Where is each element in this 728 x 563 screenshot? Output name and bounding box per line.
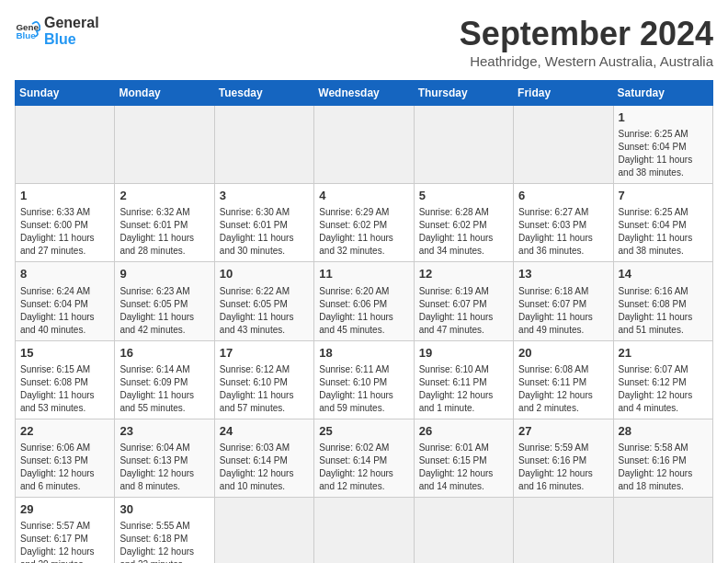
day-number: 8 — [20, 266, 109, 282]
day-number: 28 — [619, 423, 708, 440]
calendar-cell: 30Sunrise: 5:55 AMSunset: 6:18 PMDayligh… — [115, 497, 214, 563]
day-number: 10 — [220, 266, 309, 282]
day-number: 27 — [518, 423, 608, 440]
day-number: 24 — [220, 423, 309, 440]
calendar-cell: 23Sunrise: 6:04 AMSunset: 6:13 PMDayligh… — [115, 419, 214, 497]
day-number: 23 — [119, 423, 209, 440]
day-number: 1 — [20, 188, 109, 204]
day-number: 11 — [319, 266, 408, 282]
header-tuesday: Tuesday — [214, 81, 313, 106]
day-number: 15 — [20, 345, 109, 362]
calendar-cell: 8Sunrise: 6:24 AMSunset: 6:04 PMDaylight… — [16, 262, 115, 340]
calendar-cell — [314, 106, 414, 184]
calendar-cell: 9Sunrise: 6:23 AMSunset: 6:05 PMDaylight… — [115, 262, 214, 340]
svg-text:Blue: Blue — [16, 30, 36, 40]
calendar-cell — [613, 497, 712, 563]
day-number: 21 — [619, 345, 708, 362]
calendar-cell: 16Sunrise: 6:14 AMSunset: 6:09 PMDayligh… — [115, 340, 214, 419]
header-monday: Monday — [115, 81, 214, 106]
day-number: 5 — [419, 188, 508, 204]
calendar-cell: 1Sunrise: 6:25 AMSunset: 6:04 PMDaylight… — [613, 106, 712, 184]
calendar-cell — [214, 106, 313, 184]
calendar-cell: 3Sunrise: 6:30 AMSunset: 6:01 PMDaylight… — [214, 184, 313, 262]
month-title: September 2024 — [460, 15, 713, 53]
day-number: 26 — [419, 423, 508, 440]
calendar-header-row: SundayMondayTuesdayWednesdayThursdayFrid… — [16, 81, 713, 106]
calendar-cell: 18Sunrise: 6:11 AMSunset: 6:10 PMDayligh… — [314, 340, 414, 419]
logo-icon: General Blue — [15, 18, 40, 44]
header: General Blue General Blue September 2024… — [15, 15, 713, 69]
calendar-cell: 2Sunrise: 6:32 AMSunset: 6:01 PMDaylight… — [115, 184, 214, 262]
calendar-cell: 13Sunrise: 6:18 AMSunset: 6:07 PMDayligh… — [514, 262, 613, 340]
calendar-table: SundayMondayTuesdayWednesdayThursdayFrid… — [15, 80, 713, 563]
header-friday: Friday — [514, 81, 613, 106]
calendar-cell: 7Sunrise: 6:25 AMSunset: 6:04 PMDaylight… — [613, 184, 712, 262]
calendar-cell: 14Sunrise: 6:16 AMSunset: 6:08 PMDayligh… — [613, 262, 712, 340]
calendar-cell: 1Sunrise: 6:33 AMSunset: 6:00 PMDaylight… — [16, 184, 115, 262]
calendar-cell — [214, 497, 313, 563]
calendar-cell — [414, 497, 513, 563]
calendar-week-2: 8Sunrise: 6:24 AMSunset: 6:04 PMDaylight… — [16, 262, 713, 340]
day-number: 18 — [319, 345, 408, 362]
calendar-cell: 15Sunrise: 6:15 AMSunset: 6:08 PMDayligh… — [16, 340, 115, 419]
calendar-cell: 19Sunrise: 6:10 AMSunset: 6:11 PMDayligh… — [414, 340, 513, 419]
day-number: 19 — [419, 345, 508, 362]
calendar-cell: 28Sunrise: 5:58 AMSunset: 6:16 PMDayligh… — [613, 419, 712, 497]
calendar-cell: 6Sunrise: 6:27 AMSunset: 6:03 PMDaylight… — [514, 184, 613, 262]
calendar-cell — [414, 106, 513, 184]
calendar-cell: 21Sunrise: 6:07 AMSunset: 6:12 PMDayligh… — [613, 340, 712, 419]
day-number: 25 — [319, 423, 408, 440]
calendar-cell: 4Sunrise: 6:29 AMSunset: 6:02 PMDaylight… — [314, 184, 414, 262]
day-number: 7 — [619, 188, 708, 204]
day-number: 12 — [419, 266, 508, 282]
header-wednesday: Wednesday — [314, 81, 414, 106]
calendar-cell: 22Sunrise: 6:06 AMSunset: 6:13 PMDayligh… — [16, 419, 115, 497]
calendar-cell: 25Sunrise: 6:02 AMSunset: 6:14 PMDayligh… — [314, 419, 414, 497]
day-number: 3 — [220, 188, 309, 204]
day-number: 2 — [119, 188, 209, 204]
day-number: 9 — [119, 266, 209, 282]
calendar-cell: 27Sunrise: 5:59 AMSunset: 6:16 PMDayligh… — [514, 419, 613, 497]
header-saturday: Saturday — [613, 81, 712, 106]
day-number: 6 — [518, 188, 608, 204]
day-number: 20 — [518, 345, 608, 362]
calendar-week-3: 15Sunrise: 6:15 AMSunset: 6:08 PMDayligh… — [16, 340, 713, 419]
calendar-cell — [514, 106, 613, 184]
logo-blue: Blue — [44, 31, 99, 48]
calendar-cell — [115, 106, 214, 184]
day-number: 14 — [619, 266, 708, 282]
calendar-week-4: 22Sunrise: 6:06 AMSunset: 6:13 PMDayligh… — [16, 419, 713, 497]
calendar-cell: 26Sunrise: 6:01 AMSunset: 6:15 PMDayligh… — [414, 419, 513, 497]
calendar-cell: 11Sunrise: 6:20 AMSunset: 6:06 PMDayligh… — [314, 262, 414, 340]
day-number: 1 — [619, 109, 708, 126]
calendar-cell: 5Sunrise: 6:28 AMSunset: 6:02 PMDaylight… — [414, 184, 513, 262]
logo: General Blue General Blue — [15, 15, 99, 47]
calendar-cell — [16, 106, 115, 184]
header-sunday: Sunday — [16, 81, 115, 106]
day-number: 30 — [119, 501, 209, 518]
location-title: Heathridge, Western Australia, Australia — [460, 53, 713, 69]
calendar-week-5: 29Sunrise: 5:57 AMSunset: 6:17 PMDayligh… — [16, 497, 713, 563]
calendar-cell — [314, 497, 414, 563]
calendar-cell: 29Sunrise: 5:57 AMSunset: 6:17 PMDayligh… — [16, 497, 115, 563]
day-number: 17 — [220, 345, 309, 362]
logo-general: General — [44, 15, 99, 31]
header-thursday: Thursday — [414, 81, 513, 106]
day-number: 22 — [20, 423, 109, 440]
day-number: 29 — [20, 501, 109, 518]
title-section: September 2024 Heathridge, Western Austr… — [460, 15, 713, 69]
calendar-cell: 24Sunrise: 6:03 AMSunset: 6:14 PMDayligh… — [214, 419, 313, 497]
day-number: 16 — [119, 345, 209, 362]
calendar-cell: 17Sunrise: 6:12 AMSunset: 6:10 PMDayligh… — [214, 340, 313, 419]
calendar-cell: 12Sunrise: 6:19 AMSunset: 6:07 PMDayligh… — [414, 262, 513, 340]
calendar-cell: 20Sunrise: 6:08 AMSunset: 6:11 PMDayligh… — [514, 340, 613, 419]
calendar-week-0: 1Sunrise: 6:25 AMSunset: 6:04 PMDaylight… — [16, 106, 713, 184]
calendar-week-1: 1Sunrise: 6:33 AMSunset: 6:00 PMDaylight… — [16, 184, 713, 262]
day-number: 4 — [319, 188, 408, 204]
calendar-cell — [514, 497, 613, 563]
day-number: 13 — [518, 266, 608, 282]
calendar-cell: 10Sunrise: 6:22 AMSunset: 6:05 PMDayligh… — [214, 262, 313, 340]
